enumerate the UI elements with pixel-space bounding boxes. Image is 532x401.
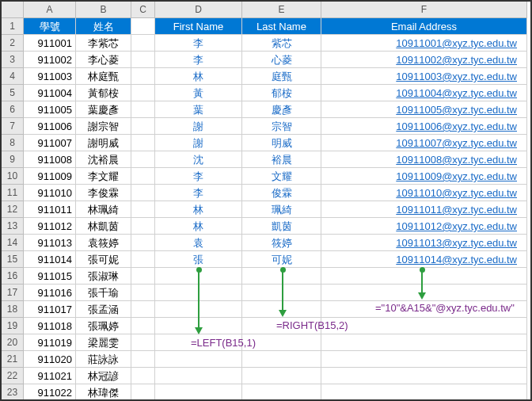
cell-a3[interactable]: 911002 — [24, 52, 76, 68]
cell-a11[interactable]: 911010 — [24, 185, 76, 201]
cell-c6[interactable] — [131, 101, 155, 118]
cell-e14[interactable]: 筱婷 — [242, 235, 321, 251]
cell-e2[interactable]: 紫芯 — [242, 35, 321, 52]
cell-a14[interactable]: 911013 — [24, 235, 76, 251]
cell-e15[interactable]: 可妮 — [242, 251, 321, 268]
cell-f17[interactable] — [321, 285, 527, 301]
row-header-3[interactable]: 3 — [2, 52, 24, 68]
cell-f15[interactable]: 10911014@xyz.tyc.edu.tw — [321, 251, 527, 268]
cell-b16[interactable]: 張淑琳 — [76, 268, 131, 285]
row-header-23[interactable]: 23 — [2, 384, 24, 401]
cell-b5[interactable]: 黃郁桉 — [76, 85, 131, 101]
cell-c9[interactable] — [131, 151, 155, 168]
cell-a5[interactable]: 911004 — [24, 85, 76, 101]
cell-d11[interactable]: 李 — [155, 185, 242, 201]
cell-c2[interactable] — [131, 35, 155, 52]
column-header-d[interactable]: D — [155, 2, 242, 18]
cell-c23[interactable] — [131, 384, 155, 401]
cell-c22[interactable] — [131, 368, 155, 384]
cell-c12[interactable] — [131, 201, 155, 218]
cell-e8[interactable]: 明威 — [242, 135, 321, 151]
cell-b12[interactable]: 林珮綺 — [76, 201, 131, 218]
email-link[interactable]: 10911003@xyz.tyc.edu.tw — [396, 71, 517, 82]
cell-e5[interactable]: 郁桉 — [242, 85, 321, 101]
cell-c18[interactable] — [131, 301, 155, 318]
row-header-21[interactable]: 21 — [2, 351, 24, 368]
cell-a20[interactable]: 911019 — [24, 334, 76, 351]
email-link[interactable]: 10911007@xyz.tyc.edu.tw — [396, 137, 517, 149]
row-header-17[interactable]: 17 — [2, 285, 24, 301]
row-header-19[interactable]: 19 — [2, 318, 24, 334]
cell-b20[interactable]: 梁麗雯 — [76, 334, 131, 351]
cell-c13[interactable] — [131, 218, 155, 235]
cell-f6[interactable]: 10911005@xyz.tyc.edu.tw — [321, 101, 527, 118]
cell-d10[interactable]: 李 — [155, 168, 242, 185]
cell-a6[interactable]: 911005 — [24, 101, 76, 118]
cell-a17[interactable]: 911016 — [24, 285, 76, 301]
cell-b8[interactable]: 謝明威 — [76, 135, 131, 151]
cell-e22[interactable] — [242, 368, 321, 384]
cell-f19[interactable] — [321, 318, 527, 334]
email-link[interactable]: 10911014@xyz.tyc.edu.tw — [396, 254, 517, 265]
row-header-18[interactable]: 18 — [2, 301, 24, 318]
cell-c5[interactable] — [131, 85, 155, 101]
cell-d20[interactable] — [155, 334, 242, 351]
cell-e23[interactable] — [242, 384, 321, 401]
cell-e17[interactable] — [242, 285, 321, 301]
cell-e16[interactable] — [242, 268, 321, 285]
cell-f5[interactable]: 10911004@xyz.tyc.edu.tw — [321, 85, 527, 101]
cell-c21[interactable] — [131, 351, 155, 368]
cell-b2[interactable]: 李紫芯 — [76, 35, 131, 52]
row-header-15[interactable]: 15 — [2, 251, 24, 268]
cell-b3[interactable]: 李心菱 — [76, 52, 131, 68]
cell-f12[interactable]: 10911011@xyz.tyc.edu.tw — [321, 201, 527, 218]
cell-b6[interactable]: 葉慶彥 — [76, 101, 131, 118]
cell-b4[interactable]: 林庭甄 — [76, 68, 131, 85]
cell-b15[interactable]: 張可妮 — [76, 251, 131, 268]
cell-e13[interactable]: 凱茵 — [242, 218, 321, 235]
cell-f9[interactable]: 10911008@xyz.tyc.edu.tw — [321, 151, 527, 168]
email-link[interactable]: 10911010@xyz.tyc.edu.tw — [396, 187, 517, 199]
row-header-7[interactable]: 7 — [2, 118, 24, 135]
cell-a19[interactable]: 911018 — [24, 318, 76, 334]
cell-b14[interactable]: 袁筱婷 — [76, 235, 131, 251]
cell-d17[interactable] — [155, 285, 242, 301]
cell-a2[interactable]: 911001 — [24, 35, 76, 52]
row-header-20[interactable]: 20 — [2, 334, 24, 351]
email-link[interactable]: 10911011@xyz.tyc.edu.tw — [396, 204, 517, 216]
row-header-22[interactable]: 22 — [2, 368, 24, 384]
cell-b21[interactable]: 莊詠詠 — [76, 351, 131, 368]
cell-d4[interactable]: 林 — [155, 68, 242, 85]
cell-e20[interactable] — [242, 334, 321, 351]
column-header-b[interactable]: B — [76, 2, 131, 18]
cell-a16[interactable]: 911015 — [24, 268, 76, 285]
row-header-8[interactable]: 8 — [2, 135, 24, 151]
cell-f10[interactable]: 10911009@xyz.tyc.edu.tw — [321, 168, 527, 185]
cell-e1-header[interactable]: Last Name — [242, 18, 321, 35]
row-header-2[interactable]: 2 — [2, 35, 24, 52]
cell-f1-header[interactable]: Email Address — [321, 18, 527, 35]
row-header-6[interactable]: 6 — [2, 101, 24, 118]
row-header-16[interactable]: 16 — [2, 268, 24, 285]
cell-e21[interactable] — [242, 351, 321, 368]
cell-c19[interactable] — [131, 318, 155, 334]
cell-b18[interactable]: 張孟涵 — [76, 301, 131, 318]
cell-b9[interactable]: 沈裕晨 — [76, 151, 131, 168]
cell-c20[interactable] — [131, 334, 155, 351]
cell-d2[interactable]: 李 — [155, 35, 242, 52]
row-header-10[interactable]: 10 — [2, 168, 24, 185]
cell-f3[interactable]: 10911002@xyz.tyc.edu.tw — [321, 52, 527, 68]
cell-e9[interactable]: 裕晨 — [242, 151, 321, 168]
cell-a4[interactable]: 911003 — [24, 68, 76, 85]
cell-b10[interactable]: 李文耀 — [76, 168, 131, 185]
cell-f22[interactable] — [321, 368, 527, 384]
cell-d14[interactable]: 袁 — [155, 235, 242, 251]
cell-b7[interactable]: 謝宗智 — [76, 118, 131, 135]
cell-a22[interactable]: 911021 — [24, 368, 76, 384]
cell-d5[interactable]: 黃 — [155, 85, 242, 101]
cell-d8[interactable]: 謝 — [155, 135, 242, 151]
cell-c4[interactable] — [131, 68, 155, 85]
row-header-11[interactable]: 11 — [2, 185, 24, 201]
cell-c3[interactable] — [131, 52, 155, 68]
cell-e18[interactable] — [242, 301, 321, 318]
